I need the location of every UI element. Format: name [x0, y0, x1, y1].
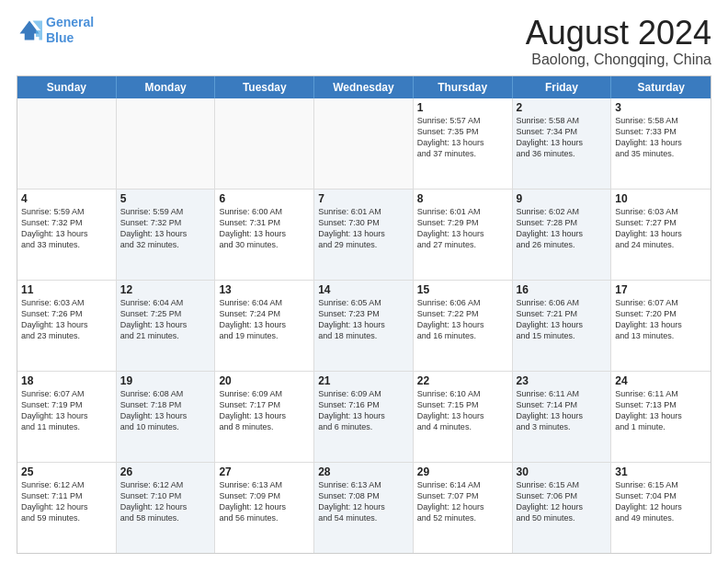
calendar-cell: 22Sunrise: 6:10 AM Sunset: 7:15 PM Dayli…: [414, 372, 513, 462]
cell-text: Sunrise: 6:09 AM Sunset: 7:17 PM Dayligh…: [219, 388, 310, 433]
cell-text: Sunrise: 6:02 AM Sunset: 7:28 PM Dayligh…: [517, 206, 608, 251]
day-number: 8: [417, 192, 508, 205]
day-number: 16: [517, 283, 608, 296]
day-number: 21: [318, 374, 409, 387]
calendar-cell: 15Sunrise: 6:06 AM Sunset: 7:22 PM Dayli…: [414, 281, 513, 371]
day-number: 15: [417, 283, 508, 296]
day-number: 17: [615, 283, 707, 296]
cell-text: Sunrise: 5:58 AM Sunset: 7:33 PM Dayligh…: [615, 115, 707, 160]
calendar-row-2: 11Sunrise: 6:03 AM Sunset: 7:26 PM Dayli…: [17, 280, 711, 371]
day-number: 22: [417, 374, 508, 387]
cell-text: Sunrise: 5:58 AM Sunset: 7:34 PM Dayligh…: [517, 115, 608, 160]
logo-text: General Blue: [46, 15, 94, 46]
cell-text: Sunrise: 6:06 AM Sunset: 7:22 PM Dayligh…: [417, 297, 508, 342]
header-cell-friday: Friday: [513, 76, 612, 98]
calendar-cell: 4Sunrise: 5:59 AM Sunset: 7:32 PM Daylig…: [17, 190, 117, 280]
calendar-cell: 3Sunrise: 5:58 AM Sunset: 7:33 PM Daylig…: [611, 98, 711, 189]
calendar-cell: 12Sunrise: 6:04 AM Sunset: 7:25 PM Dayli…: [117, 281, 216, 371]
header-cell-wednesday: Wednesday: [314, 76, 414, 98]
day-number: 2: [517, 101, 608, 114]
cell-text: Sunrise: 6:14 AM Sunset: 7:07 PM Dayligh…: [417, 479, 508, 524]
calendar-cell: 28Sunrise: 6:13 AM Sunset: 7:08 PM Dayli…: [314, 463, 414, 553]
calendar-cell: 16Sunrise: 6:06 AM Sunset: 7:21 PM Dayli…: [513, 281, 612, 371]
cell-text: Sunrise: 5:59 AM Sunset: 7:32 PM Dayligh…: [120, 206, 211, 251]
day-number: 1: [417, 101, 508, 114]
cell-text: Sunrise: 6:04 AM Sunset: 7:24 PM Dayligh…: [219, 297, 310, 342]
day-number: 19: [120, 374, 211, 387]
calendar-cell: 23Sunrise: 6:11 AM Sunset: 7:14 PM Dayli…: [513, 372, 612, 462]
calendar-cell: [117, 98, 216, 189]
calendar-body: 1Sunrise: 5:57 AM Sunset: 7:35 PM Daylig…: [17, 98, 711, 553]
cell-text: Sunrise: 6:11 AM Sunset: 7:13 PM Dayligh…: [615, 388, 707, 433]
calendar-cell: 11Sunrise: 6:03 AM Sunset: 7:26 PM Dayli…: [17, 281, 117, 371]
header: General Blue August 2024 Baolong, Chongq…: [17, 15, 711, 68]
cell-text: Sunrise: 6:15 AM Sunset: 7:06 PM Dayligh…: [517, 479, 608, 524]
day-number: 20: [219, 374, 310, 387]
cell-text: Sunrise: 6:10 AM Sunset: 7:15 PM Dayligh…: [417, 388, 508, 433]
header-cell-tuesday: Tuesday: [215, 76, 314, 98]
header-cell-saturday: Saturday: [611, 76, 711, 98]
day-number: 25: [21, 465, 112, 478]
calendar-row-4: 25Sunrise: 6:12 AM Sunset: 7:11 PM Dayli…: [17, 462, 711, 553]
cell-text: Sunrise: 6:11 AM Sunset: 7:14 PM Dayligh…: [517, 388, 608, 433]
day-number: 10: [615, 192, 707, 205]
day-number: 7: [318, 192, 409, 205]
title-area: August 2024 Baolong, Chongqing, China: [526, 15, 711, 68]
logo-icon: [17, 17, 42, 43]
cell-text: Sunrise: 6:12 AM Sunset: 7:11 PM Dayligh…: [21, 479, 112, 524]
cell-text: Sunrise: 5:57 AM Sunset: 7:35 PM Dayligh…: [417, 115, 508, 160]
header-cell-monday: Monday: [117, 76, 216, 98]
calendar-row-0: 1Sunrise: 5:57 AM Sunset: 7:35 PM Daylig…: [17, 98, 711, 189]
cell-text: Sunrise: 6:01 AM Sunset: 7:30 PM Dayligh…: [318, 206, 409, 251]
calendar-header: SundayMondayTuesdayWednesdayThursdayFrid…: [17, 76, 711, 98]
header-cell-thursday: Thursday: [414, 76, 513, 98]
cell-text: Sunrise: 5:59 AM Sunset: 7:32 PM Dayligh…: [21, 206, 112, 251]
location: Baolong, Chongqing, China: [526, 52, 711, 68]
day-number: 31: [615, 465, 707, 478]
cell-text: Sunrise: 6:06 AM Sunset: 7:21 PM Dayligh…: [517, 297, 608, 342]
calendar-cell: 26Sunrise: 6:12 AM Sunset: 7:10 PM Dayli…: [117, 463, 216, 553]
calendar-cell: 8Sunrise: 6:01 AM Sunset: 7:29 PM Daylig…: [414, 190, 513, 280]
cell-text: Sunrise: 6:03 AM Sunset: 7:27 PM Dayligh…: [615, 206, 707, 251]
cell-text: Sunrise: 6:05 AM Sunset: 7:23 PM Dayligh…: [318, 297, 409, 342]
day-number: 5: [120, 192, 211, 205]
cell-text: Sunrise: 6:03 AM Sunset: 7:26 PM Dayligh…: [21, 297, 112, 342]
day-number: 11: [21, 283, 112, 296]
calendar-cell: 6Sunrise: 6:00 AM Sunset: 7:31 PM Daylig…: [215, 190, 314, 280]
page: General Blue August 2024 Baolong, Chongq…: [0, 0, 728, 563]
calendar-cell: 30Sunrise: 6:15 AM Sunset: 7:06 PM Dayli…: [513, 463, 612, 553]
day-number: 24: [615, 374, 707, 387]
cell-text: Sunrise: 6:01 AM Sunset: 7:29 PM Dayligh…: [417, 206, 508, 251]
calendar-cell: 18Sunrise: 6:07 AM Sunset: 7:19 PM Dayli…: [17, 372, 117, 462]
month-title: August 2024: [526, 15, 711, 52]
logo: General Blue: [17, 15, 94, 46]
day-number: 27: [219, 465, 310, 478]
cell-text: Sunrise: 6:09 AM Sunset: 7:16 PM Dayligh…: [318, 388, 409, 433]
calendar-cell: 31Sunrise: 6:15 AM Sunset: 7:04 PM Dayli…: [611, 463, 711, 553]
calendar-cell: 2Sunrise: 5:58 AM Sunset: 7:34 PM Daylig…: [513, 98, 612, 189]
day-number: 30: [517, 465, 608, 478]
day-number: 29: [417, 465, 508, 478]
calendar-cell: 10Sunrise: 6:03 AM Sunset: 7:27 PM Dayli…: [611, 190, 711, 280]
day-number: 4: [21, 192, 112, 205]
day-number: 26: [120, 465, 211, 478]
calendar-cell: [17, 98, 117, 189]
header-cell-sunday: Sunday: [17, 76, 117, 98]
calendar-cell: [314, 98, 414, 189]
calendar-cell: 17Sunrise: 6:07 AM Sunset: 7:20 PM Dayli…: [611, 281, 711, 371]
logo-line2: Blue: [46, 30, 74, 45]
cell-text: Sunrise: 6:12 AM Sunset: 7:10 PM Dayligh…: [120, 479, 211, 524]
calendar-cell: 14Sunrise: 6:05 AM Sunset: 7:23 PM Dayli…: [314, 281, 414, 371]
logo-line1: General: [46, 15, 94, 29]
calendar-cell: 27Sunrise: 6:13 AM Sunset: 7:09 PM Dayli…: [215, 463, 314, 553]
calendar-row-3: 18Sunrise: 6:07 AM Sunset: 7:19 PM Dayli…: [17, 371, 711, 462]
day-number: 23: [517, 374, 608, 387]
calendar-cell: 24Sunrise: 6:11 AM Sunset: 7:13 PM Dayli…: [611, 372, 711, 462]
calendar: SundayMondayTuesdayWednesdayThursdayFrid…: [17, 75, 711, 554]
cell-text: Sunrise: 6:04 AM Sunset: 7:25 PM Dayligh…: [120, 297, 211, 342]
calendar-cell: 29Sunrise: 6:14 AM Sunset: 7:07 PM Dayli…: [414, 463, 513, 553]
day-number: 9: [517, 192, 608, 205]
cell-text: Sunrise: 6:08 AM Sunset: 7:18 PM Dayligh…: [120, 388, 211, 433]
calendar-cell: 25Sunrise: 6:12 AM Sunset: 7:11 PM Dayli…: [17, 463, 117, 553]
day-number: 13: [219, 283, 310, 296]
